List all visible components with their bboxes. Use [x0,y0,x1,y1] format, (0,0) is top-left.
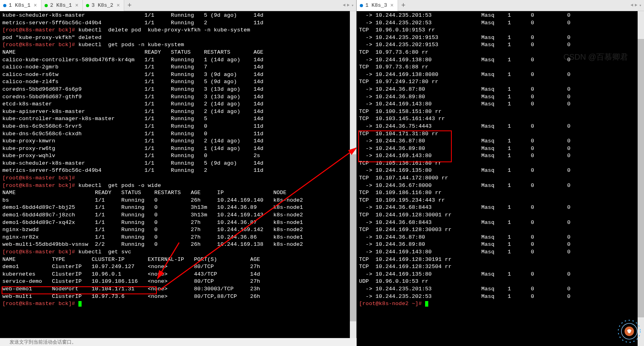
status-bar: 发送文字到当前活动会话窗口。 [0,338,357,346]
tab-next-icon[interactable]: ► [347,3,350,8]
scrollbar-thumb[interactable] [638,39,644,317]
status-dot-icon [360,4,363,7]
prompt: [root@k8s-master bck]# [2,183,78,189]
right-tabbar: 1 K8s_3×+◄►▾ [357,0,644,11]
status-text: 发送文字到当前活动会话窗口。 [10,339,76,346]
prompt: [root@k8s-master bck]# [2,27,78,33]
status-dot-icon [86,4,89,7]
close-icon[interactable]: × [116,2,121,9]
left-terminal[interactable]: kube-scheduler-k8s-master 1/1 Running 5 … [0,11,356,346]
add-tab-button[interactable]: + [398,2,409,10]
close-icon[interactable]: × [74,2,79,9]
tab[interactable]: 1 K8s_1× [0,0,41,11]
tab-menu-icon[interactable]: ▾ [639,3,642,8]
tab[interactable]: 1 K8s_3× [357,0,398,11]
left-scrollbar[interactable] [350,11,356,346]
add-tab-button[interactable]: + [124,2,135,10]
cursor [78,301,82,307]
tab-label: 1 K8s_1 [9,2,31,8]
tab-prev-icon[interactable]: ◄ [343,3,345,8]
prompt: [root@k8s-master bck]# [2,175,78,181]
scrollbar-thumb[interactable] [350,154,356,321]
prompt: [root@k8s-master bck]# [2,301,78,307]
right-terminal[interactable]: -> 10.244.235.201:53 Masq 1 0 0 -> 10.24… [357,11,644,346]
prompt: [root@k8s-node2 ~]# [359,301,425,307]
tab-label: 2 K8s_1 [50,2,72,8]
tab-prev-icon[interactable]: ◄ [630,3,633,8]
tab[interactable]: 2 K8s_1× [41,0,83,11]
tab-menu-icon[interactable]: ▾ [351,3,354,8]
status-dot-icon [3,4,6,7]
status-icon [2,340,7,344]
left-pane: 1 K8s_1×2 K8s_1×3 K8s_2×+◄►▾ kube-schedu… [0,0,357,346]
status-dot-icon [45,4,48,7]
prompt: [root@k8s-master bck]# [2,249,78,255]
csdn-logo-icon [616,318,642,344]
right-scrollbar[interactable] [638,11,644,346]
right-pane: 1 K8s_3×+◄►▾ -> 10.244.235.201:53 Masq 1… [357,0,644,346]
tab[interactable]: 3 K8s_2× [83,0,124,11]
tab-label: 1 K8s_3 [365,2,387,8]
cursor [425,301,428,307]
close-icon[interactable]: × [390,2,394,9]
left-tabbar: 1 K8s_1×2 K8s_1×3 K8s_2×+◄►▾ [0,0,356,11]
close-icon[interactable]: × [33,2,38,9]
prompt: [root@k8s-master bck]# [2,42,78,48]
tab-next-icon[interactable]: ► [635,3,638,8]
tab-label: 3 K8s_2 [92,2,113,8]
